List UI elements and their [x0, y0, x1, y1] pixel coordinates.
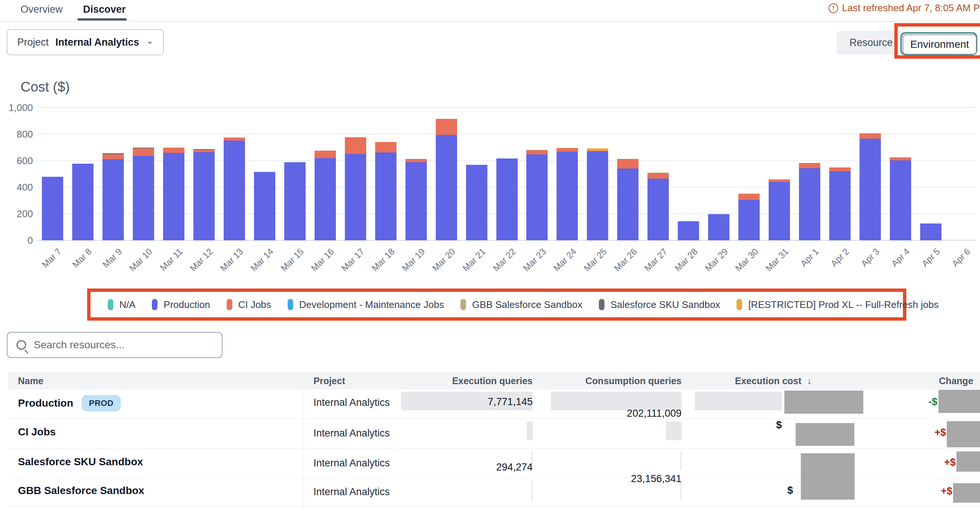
- tab-discover[interactable]: Discover: [83, 4, 126, 15]
- bar-segment-production: [466, 165, 487, 240]
- data-bar: [527, 422, 533, 440]
- table-row[interactable]: Salesforce SKU Sandbox Internal Analytic…: [0, 70, 980, 104]
- x-axis-tick-label: Mar 18: [369, 246, 397, 274]
- bar-segment-ci-jobs: [102, 154, 124, 159]
- bar-segment-gbb-salesforce-sandbox: [345, 137, 366, 138]
- legend-item-production[interactable]: Production: [152, 299, 210, 311]
- legend-swatch: [227, 299, 232, 310]
- bar-segment-salesforce-sku-sandbox: [133, 147, 154, 148]
- bar-segment-production: [72, 164, 94, 240]
- x-axis-tick-label: Mar 7: [40, 246, 64, 270]
- bar-segment-production: [526, 154, 547, 240]
- bar-segment-production: [859, 139, 881, 240]
- bar-segment-ci-jobs: [526, 150, 547, 154]
- bar-segment-ci-jobs: [315, 151, 336, 158]
- environment-toggle-button[interactable]: Environment: [902, 34, 977, 55]
- bar-segment-production: [254, 172, 275, 240]
- search-input[interactable]: [33, 339, 198, 351]
- bar-segment-production: [920, 224, 942, 240]
- project-cell: Internal Analytics: [313, 457, 390, 469]
- y-axis-tick-label: 600: [6, 155, 33, 166]
- column-header-execution-cost[interactable]: Execution cost ↓: [703, 376, 812, 387]
- x-axis-tick-label: Mar 21: [460, 246, 488, 274]
- bar-segment-gbb-salesforce-sandbox: [859, 133, 881, 133]
- bar-segment--restricted-prod-xl-full-refresh-jobs: [587, 148, 608, 151]
- change-prefix: -$: [905, 396, 937, 408]
- legend-item-ci-jobs[interactable]: CI Jobs: [227, 299, 271, 311]
- bar-segment-production: [284, 162, 305, 240]
- last-refreshed-status: ! Last refreshed Apr 7, 8:05 AM PD: [829, 2, 980, 14]
- column-header-project[interactable]: Project: [313, 376, 345, 387]
- active-tab-underline: [78, 18, 127, 21]
- bar-segment-production: [799, 168, 820, 240]
- bar-segment-ci-jobs: [587, 151, 608, 151]
- consumption-queries-cell: 202,111,009: [569, 408, 681, 419]
- bar-segment-gbb-salesforce-sandbox: [526, 150, 547, 150]
- annotation-box-legend: N/A Production CI Jobs Development - Mai…: [87, 289, 906, 321]
- bar-segment-ci-jobs: [648, 173, 669, 179]
- row-divider: [8, 506, 980, 506]
- resource-name: Production: [18, 397, 73, 409]
- bar-segment-production: [224, 141, 245, 240]
- column-header-execution-queries[interactable]: Execution queries: [420, 376, 533, 387]
- bar-segment-ci-jobs: [163, 147, 185, 153]
- legend-item-salesforce-sku-sandbox[interactable]: Salesforce SKU Sandbox: [599, 299, 720, 311]
- bar-segment-ci-jobs: [436, 119, 457, 135]
- gridline: [37, 107, 976, 108]
- execution-cost-prefix: $: [756, 485, 793, 496]
- legend-item-na[interactable]: N/A: [108, 299, 135, 311]
- data-bar: [695, 392, 782, 410]
- environment-focus-ring: Environment: [900, 32, 977, 55]
- bar-segment-production: [768, 182, 790, 240]
- column-header-consumption-queries[interactable]: Consumption queries: [569, 376, 681, 387]
- annotation-box-environment: Environment: [894, 23, 980, 59]
- consumption-queries-cell: 23,156,341: [569, 473, 681, 485]
- x-axis-tick-label: Mar 13: [218, 246, 245, 274]
- bar-segment-production: [406, 162, 427, 240]
- search-icon: [16, 340, 26, 350]
- bar-segment-gbb-salesforce-sandbox: [617, 159, 638, 159]
- last-refreshed-text: Last refreshed Apr 7, 8:05 AM PD: [842, 2, 980, 14]
- y-axis-tick-label: 1,000: [6, 102, 33, 114]
- legend-item-restricted-prod-xl[interactable]: [RESTRICTED] Prod XL -- Full-Refresh job…: [737, 299, 939, 311]
- bar-segment-gbb-salesforce-sandbox: [648, 173, 669, 173]
- x-axis-tick-label: Mar 14: [248, 246, 276, 274]
- bar-segment-ci-jobs: [768, 179, 790, 182]
- x-axis-tick-label: Mar 22: [491, 246, 518, 274]
- x-axis-tick-label: Mar 16: [309, 246, 336, 274]
- x-axis-tick-label: Mar 29: [703, 246, 730, 274]
- legend-swatch: [108, 299, 113, 310]
- bar-segment-ci-jobs: [799, 163, 820, 168]
- x-axis-tick-label: Apr 2: [829, 246, 851, 269]
- column-header-name[interactable]: Name: [18, 376, 43, 387]
- bar-segment-ci-jobs: [738, 194, 760, 200]
- project-filter-value: Internal Analytics: [56, 36, 139, 48]
- bar-segment-ci-jobs: [617, 159, 638, 168]
- row-divider: [8, 419, 980, 419]
- redaction-box: [795, 423, 854, 446]
- column-header-change[interactable]: Change: [899, 376, 973, 387]
- legend-swatch: [599, 299, 605, 310]
- row-divider: [8, 388, 980, 389]
- bar-segment-ci-jobs: [557, 148, 578, 152]
- x-axis-tick-label: Apr 6: [950, 246, 972, 269]
- bar-segment-production: [102, 159, 124, 240]
- header-divider: [0, 21, 980, 22]
- y-axis-tick-label: 0: [6, 235, 33, 246]
- bar-segment-ci-jobs: [406, 159, 427, 162]
- x-axis-tick-label: Mar 10: [127, 246, 155, 274]
- x-axis-tick-label: Mar 27: [642, 246, 670, 274]
- bar-segment-ci-jobs: [375, 142, 396, 152]
- row-divider: [8, 449, 980, 449]
- x-axis-tick-label: Mar 24: [551, 246, 579, 274]
- legend-item-development-maintenance[interactable]: Development - Maintenance Jobs: [288, 299, 444, 311]
- bar-segment-production: [163, 153, 185, 240]
- column-divider: [304, 372, 304, 509]
- x-axis-tick-label: Mar 12: [188, 246, 215, 274]
- bar-segment-production: [587, 151, 608, 240]
- x-axis-tick-label: Mar 20: [430, 246, 457, 274]
- legend-item-gbb-salesforce-sandbox[interactable]: GBB Salesforce Sandbox: [460, 299, 582, 311]
- redaction-box: [953, 483, 980, 503]
- cost-stacked-bar-chart: Mar 7Mar 8Mar 9Mar 10Mar 11Mar 12Mar 13M…: [37, 108, 976, 240]
- project-cell: Internal Analytics: [313, 397, 390, 409]
